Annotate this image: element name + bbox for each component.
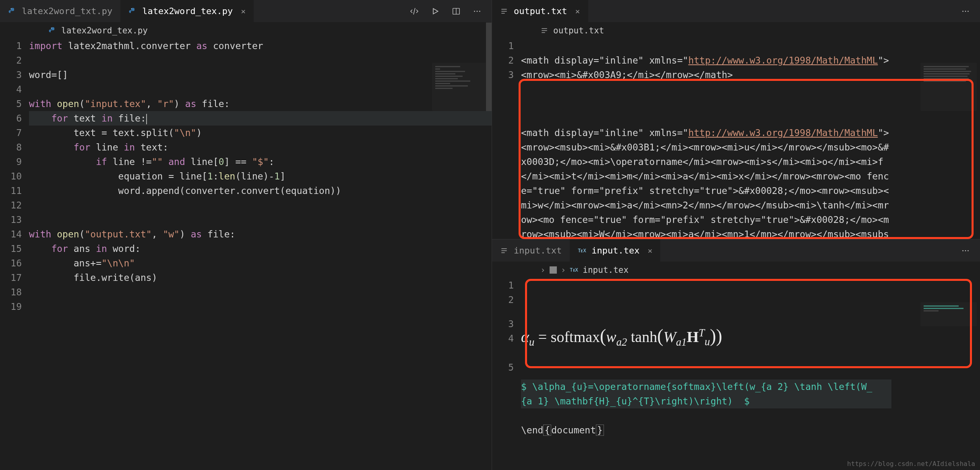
- split-icon[interactable]: [451, 6, 461, 16]
- code-token: ): [174, 99, 185, 109]
- code-token: "output.txt": [85, 229, 152, 239]
- code-line[interactable]: [29, 53, 492, 68]
- code-token: "input.tex": [85, 99, 146, 109]
- code-line[interactable]: ans+="\n\n": [29, 256, 492, 270]
- code-token: in: [101, 113, 113, 124]
- minimap[interactable]: [432, 63, 488, 111]
- code-line[interactable]: with open("input.tex", "r") as file:: [29, 97, 492, 111]
- code-content[interactable]: αu = softmax(wa2 tanh(Wa1HTu)) $ \alpha_…: [521, 278, 891, 470]
- code-line[interactable]: [29, 285, 492, 299]
- line-number: 17: [0, 270, 22, 285]
- line-number: 12: [0, 198, 22, 212]
- tex-icon: TᴇX: [578, 246, 587, 255]
- code-line[interactable]: for line in text:: [29, 140, 492, 155]
- code-token: [29, 113, 51, 124]
- code-line[interactable]: import latex2mathml.converter as convert…: [29, 39, 492, 53]
- code-line[interactable]: text = text.split("\n"): [29, 126, 492, 140]
- code-token: ): [196, 128, 202, 138]
- code-content[interactable]: import latex2mathml.converter as convert…: [29, 39, 492, 470]
- line-number: 2: [492, 293, 514, 317]
- breadcrumb-file: output.txt: [553, 26, 604, 35]
- python-icon: [128, 7, 137, 16]
- svg-point-7: [479, 10, 480, 12]
- code-token: (: [79, 99, 85, 109]
- code-token: text = text.split(: [29, 128, 174, 138]
- code-line[interactable]: [29, 198, 492, 212]
- more-icon[interactable]: [961, 6, 970, 16]
- latex-code: \end{document}: [521, 425, 604, 436]
- code-token: file:: [202, 229, 235, 239]
- close-icon[interactable]: ×: [647, 246, 652, 256]
- line-number: 3: [492, 317, 514, 331]
- code-editor-bottom-right[interactable]: 12345 αu = softmax(wa2 tanh(Wa1HTu)) $ \…: [492, 278, 980, 470]
- code-line[interactable]: if line !="" and line[0] == "$":: [29, 155, 492, 169]
- code-line[interactable]: [29, 299, 492, 314]
- code-token: in: [124, 142, 135, 153]
- code-editor-left[interactable]: 12345678910111213141516171819 import lat…: [0, 39, 492, 470]
- tab-output-txt[interactable]: output.txt ×: [492, 0, 588, 23]
- breadcrumb-bottom-right[interactable]: › › TᴇX input.tex: [492, 262, 980, 278]
- code-token: as: [185, 99, 196, 109]
- code-token: line !=: [107, 157, 152, 167]
- line-number: 8: [0, 140, 22, 155]
- breadcrumb-top-right[interactable]: output.txt: [492, 23, 980, 39]
- tab-input-txt[interactable]: input.txt: [492, 239, 570, 262]
- url-text: http://www.w3.org/1998/Math/MathML: [688, 128, 878, 138]
- code-line[interactable]: word=[]: [29, 68, 492, 82]
- code-line[interactable]: for text in file:: [29, 111, 492, 126]
- code-token: file:: [113, 113, 146, 124]
- close-icon[interactable]: ×: [241, 6, 246, 16]
- code-token: text: [68, 113, 101, 124]
- svg-point-8: [51, 28, 52, 29]
- svg-point-0: [11, 8, 12, 9]
- code-line[interactable]: with open("output.txt", "w") as file:: [29, 227, 492, 241]
- minimap[interactable]: [920, 63, 977, 111]
- watermark: https://blog.csdn.net/AIdielshala: [847, 460, 975, 468]
- svg-point-21: [962, 250, 963, 251]
- editor-toolbar: [409, 6, 492, 16]
- code-token: file:: [196, 99, 229, 109]
- compare-icon[interactable]: [409, 6, 419, 16]
- close-icon[interactable]: ×: [575, 6, 580, 16]
- svg-point-22: [965, 250, 966, 251]
- editor-pane-bottom-right: input.txt TᴇX input.tex × › › TᴇX input.…: [492, 239, 980, 470]
- more-icon[interactable]: [472, 6, 482, 16]
- tab-latex2word-tex[interactable]: latex2word_tex.py ×: [120, 0, 254, 23]
- code-token: word:: [107, 243, 141, 254]
- tab-latex2word-txt[interactable]: latex2word_txt.py: [0, 0, 120, 23]
- line-number: 10: [0, 169, 22, 183]
- code-token: [163, 157, 168, 167]
- code-line[interactable]: [29, 212, 492, 227]
- code-line[interactable]: equation = line[1:len(line)-1]: [29, 169, 492, 183]
- code-line[interactable]: [29, 82, 492, 97]
- scrollbar[interactable]: [486, 23, 492, 111]
- code-token: text:: [135, 142, 168, 153]
- right-column: output.txt × output.txt 1 2 3 <math disp…: [492, 0, 980, 470]
- line-number: 2: [492, 53, 514, 68]
- expand-icon[interactable]: [550, 266, 557, 274]
- code-token: with: [29, 99, 51, 109]
- code-line[interactable]: word.append(converter.convert(equation)): [29, 183, 492, 198]
- latex-code: {a 1} \mathbf{H}_{u}^{T}\right)\right) $: [521, 396, 750, 406]
- line-number: 9: [0, 155, 22, 169]
- play-icon[interactable]: [430, 6, 440, 16]
- code-token: with: [29, 229, 51, 239]
- code-line[interactable]: file.write(ans): [29, 270, 492, 285]
- code-editor-top-right[interactable]: 1 2 3 <math display="inline" xmlns="http…: [492, 39, 980, 239]
- code-content[interactable]: <math display="inline" xmlns="http://www…: [521, 39, 891, 239]
- breadcrumb-left[interactable]: latex2word_tex.py: [0, 23, 492, 39]
- tab-input-tex[interactable]: TᴇX input.tex ×: [570, 239, 660, 262]
- code-token: "": [152, 157, 163, 167]
- code-token: if: [96, 157, 107, 167]
- code-token: [29, 157, 96, 167]
- minimap[interactable]: [920, 302, 977, 326]
- svg-point-5: [474, 10, 475, 12]
- code-token: open: [57, 99, 79, 109]
- line-number: 6: [0, 111, 22, 126]
- line-number: 19: [0, 299, 22, 314]
- code-line[interactable]: for ans in word:: [29, 241, 492, 256]
- code-token: [29, 243, 51, 254]
- more-icon[interactable]: [961, 246, 970, 256]
- code-token: line: [90, 142, 124, 153]
- chevron-icon: ›: [561, 265, 566, 275]
